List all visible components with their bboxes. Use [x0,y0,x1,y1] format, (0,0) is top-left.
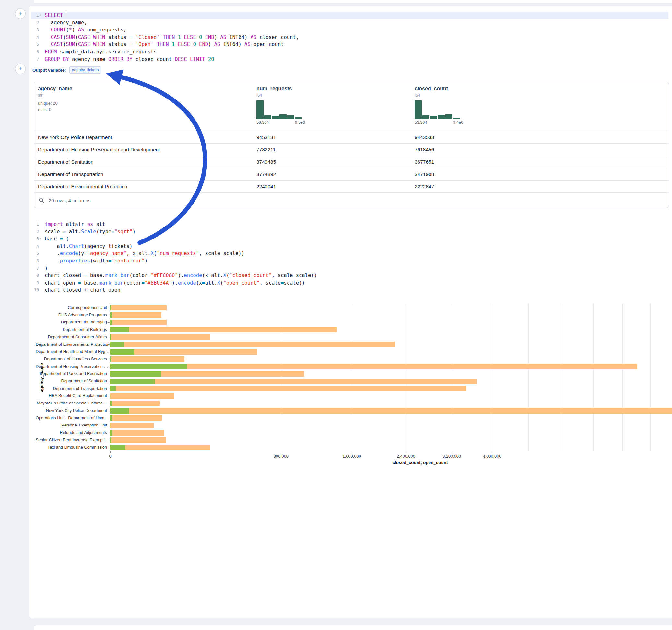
fold-chevron-icon[interactable]: ∨ [39,235,43,243]
bar-open_count [110,415,112,421]
code-token [133,34,136,40]
line-number: 4 [31,243,39,250]
fold-chevron-icon[interactable]: ∨ [39,12,43,19]
y-axis-label: Correspondence Unit [35,304,107,311]
table-cell: New York City Police Department [34,135,253,140]
code-line[interactable]: 5 .encode(y="agency_name", x=alt.X("num_… [31,250,668,257]
code-token: ) [214,34,220,40]
code-text: CAST(SUM(CASE WHEN status = 'Open' THEN … [43,41,284,48]
code-token: SUM [66,42,75,47]
bar-closed_count [110,422,154,429]
code-token: as [87,221,93,227]
gridline [492,304,493,451]
code-token [187,56,190,62]
line-number: 7 [31,56,39,63]
y-axis-label: Taxi and Limousine Commission [35,444,107,451]
code-line[interactable]: 8chart_closed = base.mark_bar(color="#FF… [31,272,668,280]
bar-closed_count [110,357,185,362]
code-token: mark_bar [99,280,123,286]
sql-cell-editor[interactable]: 1∨SELECT 2 agency_name,3 COUNT(*) AS num… [31,12,668,63]
code-line[interactable]: 2 agency_name, [31,19,668,27]
code-line[interactable]: 1import altair as alt [31,221,668,228]
code-token: CAST [51,34,63,40]
code-token: AS [220,34,226,40]
code-token: chart_open [87,287,121,293]
code-token: chart_closed [45,272,84,278]
gridline [528,304,529,451]
output-variable-badge[interactable]: agency_tickets [69,67,101,74]
column-header[interactable]: num_requestsi6453,3049.5e6 [253,82,411,131]
code-token [202,34,205,40]
bar-closed_count [110,327,337,333]
table-row[interactable]: Department of Sanitation37494853677651 [34,156,669,168]
bar-open_count [110,334,111,340]
python-cell-editor[interactable]: 1import altair as alt2scale = alt.Scale(… [31,221,668,294]
code-line[interactable]: 9chart_open = base.mark_bar(color="#8BC3… [31,280,668,287]
code-line[interactable]: 3∨base = ( [31,235,668,243]
table-cell: 2222847 [411,184,669,190]
code-token [45,42,51,47]
code-token: agency_name, [45,20,87,26]
column-name: agency_name [38,86,253,92]
table-row[interactable]: Department of Transportation377489234719… [34,168,669,180]
code-line[interactable]: 10chart_closed + chart_open [31,287,668,294]
line-number: 10 [31,287,39,294]
x-axis-label: 3,200,000 [442,454,461,459]
table-row[interactable]: Department of Environmental Protection22… [34,180,669,193]
bar-closed_count [110,437,166,443]
x-axis-label: 800,000 [273,454,289,459]
code-token: , scale [260,280,281,286]
y-axis-label: Department of Health and Mental Hyg… [35,348,107,356]
code-line[interactable]: 1∨SELECT [31,12,668,19]
table-row-count: 20 rows, 4 columns [49,198,91,203]
table-cell: 9443533 [411,135,669,140]
x-axis-tick [492,451,493,453]
column-meta: nulls: 0 [38,106,253,113]
bar-closed_count [110,408,672,413]
code-text: FROM sample_data.nyc.service_requests [43,48,157,56]
code-line[interactable]: 6 .properties(width="container") [31,257,668,265]
code-line[interactable]: 7GROUP BY agency_name ORDER BY closed_co… [31,56,668,63]
code-token [196,42,199,47]
code-token: AS [78,27,84,33]
code-line[interactable]: 4 CAST(SUM(CASE WHEN status = 'Closed' T… [31,34,668,41]
code-token [45,34,51,40]
code-line[interactable]: 3 COUNT(*) AS num_requests, [31,26,668,34]
search-icon[interactable] [39,197,44,203]
table-row[interactable]: Department of Housing Preservation and D… [34,144,669,156]
code-token: CASE [78,34,90,40]
code-token: base [45,236,60,242]
code-line[interactable]: 6FROM sample_data.nyc.service_requests [31,48,668,56]
code-token: (agency_tickets) [84,243,132,249]
code-token: END [205,34,214,40]
y-axis-label: Personal Exemption Unit [35,421,107,429]
code-token: num_requests, [84,27,126,33]
bar-closed_count [110,386,466,391]
add-cell-button[interactable]: + [15,8,26,19]
line-number: 4 [31,34,39,41]
code-token: LIMIT [190,56,205,62]
code-token: = [293,272,296,278]
histogram-bar [415,100,422,119]
bar-open_count [110,437,111,443]
table-cell: 7782211 [253,147,411,153]
code-line[interactable]: 7) [31,265,668,272]
code-token: scale)) [223,250,244,256]
table-row[interactable]: New York City Police Department945313194… [34,131,669,144]
column-header[interactable]: closed_counti6453,3049.4e6 [411,82,669,131]
bar-closed_count [110,305,167,311]
column-meta: unique: 20 [38,100,253,106]
gridline [281,304,281,451]
code-line[interactable]: 4 alt.Chart(agency_tickets) [31,243,668,250]
code-line[interactable]: 2scale = alt.Scale(type="sqrt") [31,228,668,236]
y-axis-tick [107,411,110,411]
code-line[interactable]: 5 CAST(SUM(CASE WHEN status = 'Open' THE… [31,41,668,48]
column-header[interactable]: agency_namestrunique: 20nulls: 0 [34,82,253,131]
add-cell-button[interactable]: + [15,64,26,74]
bar-open_count [110,327,129,333]
code-token: SUM [66,34,75,40]
line-number: 1 [31,221,39,228]
code-token: encode [60,250,78,256]
chart-y-axis: Correspondence UnitDHS Advantage Program… [35,304,107,451]
code-token: 'Closed' [136,34,160,40]
